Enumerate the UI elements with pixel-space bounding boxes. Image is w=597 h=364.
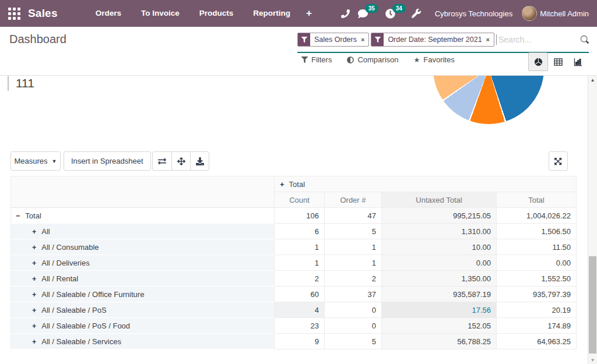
download-button[interactable] <box>190 152 209 170</box>
download-icon <box>196 157 204 165</box>
facet-remove-icon[interactable]: × <box>361 33 368 46</box>
row-label: All / Saleable / PoS / Food <box>41 321 130 330</box>
messages-icon[interactable]: 35 <box>358 9 368 19</box>
search-icon[interactable] <box>581 36 589 44</box>
row-label: All / Deliveries <box>41 259 89 267</box>
chevron-down-icon: ▼ <box>52 158 57 164</box>
star-icon: ★ <box>413 56 420 64</box>
menu-orders[interactable]: Orders <box>86 0 131 27</box>
insert-in-spreadsheet-button[interactable]: Insert in Spreadsheet <box>64 151 151 171</box>
table-view-icon <box>554 58 563 66</box>
apps-menu-icon[interactable] <box>8 8 20 20</box>
row-label: All / Consumable <box>41 243 99 252</box>
pie-view-icon <box>534 58 543 66</box>
add-menu-button[interactable]: + <box>300 8 318 19</box>
cell-col-order: 2 <box>325 271 382 287</box>
messages-count-badge[interactable]: 35 <box>365 4 378 13</box>
topbar-right: 35 34 Cybrosys Technologies Mitchell Adm… <box>341 6 597 21</box>
user-name[interactable]: Mitchell Admin <box>540 9 589 18</box>
pivot-corner-cell <box>11 176 275 208</box>
menu-reporting[interactable]: Reporting <box>243 0 300 27</box>
facet-label: Order Date: September 2021 <box>384 33 486 46</box>
user-avatar[interactable] <box>522 6 537 21</box>
cell-col-untaxed: 995,215.05 <box>382 208 497 224</box>
column-header-col-total[interactable]: Total <box>497 192 577 208</box>
plus-icon: + <box>280 180 285 189</box>
cell-col-count: 9 <box>275 334 325 349</box>
column-header-col-count[interactable]: Count <box>275 192 325 208</box>
search-facet-1[interactable]: Order Date: September 2021× <box>371 33 494 47</box>
search-facet-0[interactable]: Sales Orders× <box>297 33 369 47</box>
measures-button[interactable]: Measures ▼ <box>10 151 61 171</box>
plus-icon: + <box>32 291 36 299</box>
menu-to-invoice[interactable]: To Invoice <box>131 0 189 27</box>
control-panel: Dashboard Sales Orders×Order Date: Septe… <box>0 27 597 76</box>
content-area: 111 Measures ▼ Insert in Spreadsheet <box>0 76 588 364</box>
row-header[interactable]: +All / Consumable <box>11 239 275 255</box>
search-bar: Sales Orders×Order Date: September 2021× <box>297 33 589 47</box>
row-label: All <box>41 227 50 236</box>
tools-icon[interactable] <box>412 9 421 18</box>
row-header[interactable]: +All / Saleable / Office Furniture <box>11 287 275 302</box>
top-navbar: Sales OrdersTo InvoiceProductsReporting … <box>0 0 597 27</box>
pivot-view-button[interactable] <box>548 52 568 71</box>
filters-dropdown[interactable]: Filters <box>301 55 332 64</box>
activities-icon[interactable]: 34 <box>385 9 395 19</box>
cell-col-untaxed: 10.00 <box>382 239 497 255</box>
phone-icon[interactable] <box>341 9 350 18</box>
filter-funnel-icon <box>298 33 310 46</box>
expand-all-button[interactable] <box>171 152 190 170</box>
row-label: Total <box>25 211 41 220</box>
vertical-scrollbar[interactable]: ▲ ▼ <box>588 76 597 364</box>
cell-col-total: 174.89 <box>497 318 577 334</box>
top-menu: OrdersTo InvoiceProductsReporting <box>86 0 300 27</box>
row-header[interactable]: +All / Saleable / PoS <box>11 302 275 318</box>
cell-col-untaxed: 56,788.25 <box>382 334 497 349</box>
flip-axis-button[interactable] <box>153 152 171 170</box>
company-name[interactable]: Cybrosys Technologies <box>435 9 512 18</box>
row-header[interactable]: +All / Saleable / Services <box>11 334 275 349</box>
cell-col-total: 1,506.50 <box>497 224 577 239</box>
pivot-row: +All651,310.001,506.50 <box>11 224 577 239</box>
scroll-down-arrow[interactable]: ▼ <box>588 358 597 363</box>
activities-count-badge[interactable]: 34 <box>392 4 406 13</box>
arrows-move-icon <box>177 157 185 165</box>
column-header-col-untaxed[interactable]: Untaxed Total <box>382 192 497 208</box>
cell-col-untaxed: 1,350.00 <box>382 271 497 287</box>
plus-icon: + <box>32 259 36 267</box>
row-header[interactable]: +All / Deliveries <box>11 255 275 271</box>
cell-col-total: 1,552.50 <box>497 271 577 287</box>
pie-chart-fragment[interactable] <box>433 76 544 124</box>
column-header-col-order[interactable]: Order # <box>325 192 382 208</box>
scrollbar-thumb[interactable] <box>589 256 596 354</box>
row-header[interactable]: −Total <box>11 208 275 224</box>
cell-col-order: 5 <box>325 224 382 239</box>
cell-col-total: 20.19 <box>497 302 577 318</box>
pivot-column-group-header[interactable]: +Total <box>275 176 577 192</box>
pivot-table: +Total CountOrder #Untaxed TotalTotal −T… <box>10 176 577 349</box>
dashboard-view-button[interactable] <box>528 52 548 71</box>
insert-label: Insert in Spreadsheet <box>71 157 143 165</box>
graph-view-button[interactable] <box>568 52 588 71</box>
minus-icon: − <box>16 212 20 220</box>
row-header[interactable]: +All <box>11 224 275 239</box>
plus-icon: + <box>32 275 36 283</box>
bar-chart-view-icon <box>574 58 582 66</box>
fullscreen-button[interactable] <box>549 151 568 171</box>
favorites-dropdown[interactable]: ★ Favorites <box>413 55 454 64</box>
row-header[interactable]: +All / Saleable / PoS / Food <box>11 318 275 334</box>
cell-col-order: 1 <box>325 239 382 255</box>
kpi-divider <box>8 76 9 91</box>
app-name[interactable]: Sales <box>28 7 58 20</box>
cell-col-count: 60 <box>275 287 325 302</box>
search-input[interactable] <box>498 35 581 44</box>
menu-products[interactable]: Products <box>189 0 244 27</box>
cell-col-untaxed: 152.05 <box>382 318 497 334</box>
scroll-up-arrow[interactable]: ▲ <box>588 77 597 83</box>
cell-col-count: 2 <box>275 271 325 287</box>
plus-icon: + <box>32 306 36 314</box>
plus-icon: + <box>32 322 36 330</box>
row-header[interactable]: +All / Rental <box>11 271 275 287</box>
comparison-dropdown[interactable]: Comparison <box>347 55 398 64</box>
facet-remove-icon[interactable]: × <box>486 33 494 46</box>
